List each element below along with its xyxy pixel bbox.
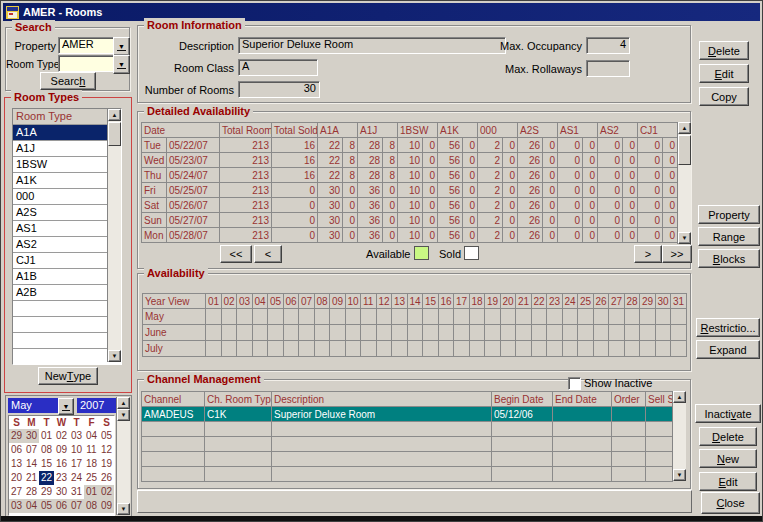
scrollbar-thumb[interactable] — [108, 122, 121, 146]
delete-channel-button[interactable]: Delete — [699, 427, 757, 446]
calendar-day[interactable]: 09 — [99, 499, 114, 513]
availability-day-cell[interactable] — [314, 309, 330, 325]
close-button[interactable]: Close — [701, 492, 760, 514]
calendar-year-select[interactable]: 2007 — [77, 398, 117, 413]
availability-day-cell[interactable] — [376, 341, 392, 357]
availability-day-cell[interactable] — [221, 341, 237, 357]
availability-day-cell[interactable] — [469, 309, 485, 325]
room-type-row[interactable]: A2S — [13, 205, 108, 221]
availability-day-cell[interactable] — [221, 325, 237, 341]
availability-day-cell[interactable] — [640, 325, 656, 341]
copy-room-button[interactable]: Copy — [699, 87, 749, 106]
availability-day-cell[interactable] — [454, 325, 470, 341]
availability-day-cell[interactable] — [438, 325, 454, 341]
max-occupancy-input[interactable]: 4 — [586, 37, 630, 54]
calendar-day[interactable]: 19 — [99, 457, 114, 471]
availability-day-cell[interactable] — [485, 325, 501, 341]
calendar-day[interactable]: 05 — [39, 499, 54, 513]
property-button[interactable]: Property — [698, 205, 760, 224]
first-page-button[interactable]: << — [220, 245, 252, 263]
property-dropdown-button[interactable]: ▼ — [113, 37, 130, 56]
availability-day-cell[interactable] — [547, 325, 563, 341]
availability-day-cell[interactable] — [392, 325, 408, 341]
room-types-scrollbar[interactable]: ▲ ▼ — [107, 109, 121, 362]
availability-day-cell[interactable] — [562, 341, 578, 357]
availability-row[interactable]: Wed05/23/072131622828810056020260000000 — [142, 153, 678, 168]
calendar-day[interactable]: 29 — [9, 429, 24, 443]
availability-day-cell[interactable] — [361, 325, 377, 341]
availability-day-cell[interactable] — [345, 341, 361, 357]
availability-day-cell[interactable] — [624, 309, 640, 325]
calendar-day[interactable]: 14 — [24, 457, 39, 471]
availability-day-cell[interactable] — [593, 325, 609, 341]
edit-channel-button[interactable]: Edit — [699, 472, 757, 491]
availability-day-cell[interactable] — [469, 325, 485, 341]
availability-day-cell[interactable] — [547, 341, 563, 357]
room-type-row[interactable]: A1K — [13, 173, 108, 189]
room-type-row[interactable]: 000 — [13, 189, 108, 205]
calendar-day[interactable]: 12 — [99, 443, 114, 457]
calendar-day[interactable]: 11 — [84, 443, 99, 457]
availability-row[interactable]: Tue05/22/072131622828810056020260000000 — [142, 138, 678, 153]
room-type-row[interactable]: A1A — [13, 125, 108, 141]
calendar-day[interactable]: 06 — [54, 499, 69, 513]
availability-day-cell[interactable] — [671, 341, 687, 357]
availability-day-cell[interactable] — [237, 309, 253, 325]
room-type-input[interactable] — [58, 55, 120, 72]
room-type-row[interactable]: 1BSW — [13, 157, 108, 173]
availability-day-cell[interactable] — [671, 325, 687, 341]
number-of-rooms-input[interactable]: 30 — [238, 81, 320, 98]
calendar-day[interactable]: 24 — [69, 471, 84, 485]
edit-room-button[interactable]: Edit — [699, 64, 749, 83]
availability-day-cell[interactable] — [361, 341, 377, 357]
availability-day-cell[interactable] — [593, 341, 609, 357]
calendar-day[interactable]: 05 — [99, 429, 114, 443]
availability-day-cell[interactable] — [407, 341, 423, 357]
blocks-button[interactable]: Blocks — [698, 249, 760, 268]
availability-day-cell[interactable] — [531, 341, 547, 357]
availability-day-cell[interactable] — [268, 341, 284, 357]
calendar-month-select[interactable]: May — [8, 398, 61, 413]
calendar-day[interactable]: 01 — [39, 429, 54, 443]
availability-day-cell[interactable] — [283, 309, 299, 325]
availability-row[interactable]: Sun05/27/07213030036010056020260000000 — [142, 213, 678, 228]
down-arrow-icon[interactable]: ▼ — [673, 469, 686, 481]
down-arrow-icon[interactable]: ▼ — [117, 409, 130, 421]
calendar-month-dropdown-button[interactable]: ▼ — [58, 398, 74, 415]
calendar-day[interactable]: 13 — [9, 457, 24, 471]
availability-day-cell[interactable] — [485, 341, 501, 357]
new-channel-button[interactable]: New — [699, 449, 757, 468]
room-type-row[interactable]: CJ1 — [13, 253, 108, 269]
availability-day-cell[interactable] — [485, 309, 501, 325]
availability-day-cell[interactable] — [299, 309, 315, 325]
availability-day-cell[interactable] — [578, 309, 594, 325]
availability-day-cell[interactable] — [407, 309, 423, 325]
availability-day-cell[interactable] — [392, 341, 408, 357]
availability-row[interactable]: Sat05/26/07213030036010056020260000000 — [142, 198, 678, 213]
max-rollaways-input[interactable] — [586, 60, 630, 77]
availability-day-cell[interactable] — [671, 309, 687, 325]
calendar-day[interactable]: 29 — [39, 485, 54, 499]
inactivate-button[interactable]: Inactivate — [695, 404, 761, 423]
prev-page-button[interactable]: < — [254, 245, 282, 263]
down-arrow-icon[interactable]: ▼ — [117, 503, 130, 515]
calendar-day[interactable]: 17 — [69, 457, 84, 471]
availability-day-cell[interactable] — [609, 341, 625, 357]
availability-day-cell[interactable] — [237, 325, 253, 341]
availability-day-cell[interactable] — [624, 341, 640, 357]
calendar-day[interactable]: 18 — [84, 457, 99, 471]
detailed-availability-scrollbar[interactable]: ▲ ▼ — [677, 122, 691, 244]
restrictions-button[interactable]: Restrictio... — [696, 318, 760, 337]
availability-day-cell[interactable] — [640, 341, 656, 357]
availability-day-cell[interactable] — [361, 309, 377, 325]
availability-day-cell[interactable] — [283, 325, 299, 341]
availability-day-cell[interactable] — [438, 309, 454, 325]
availability-day-cell[interactable] — [469, 341, 485, 357]
calendar-day[interactable]: 22 — [39, 471, 54, 485]
availability-day-cell[interactable] — [640, 309, 656, 325]
calendar-day[interactable]: 08 — [39, 443, 54, 457]
availability-day-cell[interactable] — [500, 325, 516, 341]
property-input[interactable]: AMER — [58, 37, 120, 54]
calendar-day[interactable]: 03 — [9, 499, 24, 513]
availability-day-cell[interactable] — [299, 341, 315, 357]
